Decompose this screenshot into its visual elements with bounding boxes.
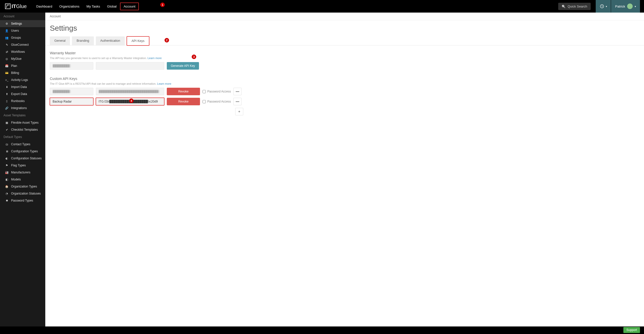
warranty-master-desc: The API key you generate here is used to… [50, 57, 343, 60]
recent-items-button[interactable]: ▾ [596, 0, 611, 13]
globe-icon: ◎ [5, 57, 9, 61]
key-icon: ✱ [5, 199, 9, 202]
nav-global[interactable]: Global [104, 3, 120, 10]
sidebar-item-contact-types[interactable]: 🗂Contact Types [0, 141, 45, 148]
circle-icon: ◔ [5, 192, 9, 195]
sidebar-item-export-data[interactable]: ⬆Export Data [0, 90, 45, 98]
sidebar-item-label: Runbooks [11, 99, 25, 103]
sidebar-item-label: Workflows [11, 50, 25, 54]
sidebar-item-integrations[interactable]: 🔗Integrations [0, 105, 45, 112]
revoke-button[interactable]: Revoke [167, 98, 200, 105]
sidebar: Account⚙Settings👤Users👥Groups✎GlueConnec… [0, 13, 45, 326]
sidebar-item-billing[interactable]: 💳Billing [0, 69, 45, 76]
building-icon: 🏠 [5, 185, 9, 188]
remove-api-key-button[interactable]: — [233, 98, 242, 105]
sidebar-item-activity-logs[interactable]: >_Activity Logs [0, 76, 45, 83]
settings-tabs: GeneralBrandingAuthenticationAPI Keys2 [45, 36, 644, 45]
api-key-value-input[interactable] [96, 88, 164, 95]
user-menu-button[interactable]: Patrick ▾ [611, 0, 640, 13]
sidebar-item-workflows[interactable]: ⇄Workflows [0, 48, 45, 55]
sidebar-item-settings[interactable]: ⚙Settings [0, 20, 45, 27]
nav-account[interactable]: Account [120, 3, 139, 10]
sidebar-item-label: Organization Statuses [11, 192, 41, 195]
sidebar-item-label: Billing [11, 71, 19, 75]
breadcrumb[interactable]: Account [45, 13, 644, 20]
tab-api-keys[interactable]: API Keys [127, 36, 149, 45]
sidebar-item-models[interactable]: ◧Models [0, 176, 45, 183]
password-access-checkbox[interactable] [203, 90, 206, 93]
api-key-name-input[interactable] [50, 88, 93, 95]
sidebar-item-groups[interactable]: 👥Groups [0, 34, 45, 41]
password-access-label: Password Access [207, 100, 231, 103]
api-key-name-input[interactable] [50, 98, 93, 105]
page-title: Settings [45, 20, 644, 36]
brand-logo[interactable]: ITGlue [5, 4, 27, 9]
sidebar-item-runbooks[interactable]: ▯Runbooks [0, 98, 45, 105]
warranty-master-name-input[interactable] [50, 62, 93, 70]
sidebar-item-configuration-types[interactable]: 🖥Configuration Types [0, 148, 45, 155]
warranty-master-section: 3 Warranty Master The API key you genera… [50, 51, 343, 70]
password-access-checkbox[interactable] [203, 100, 206, 103]
sidebar-item-password-types[interactable]: ✱Password Types [0, 197, 45, 204]
warranty-master-key-input[interactable] [96, 62, 164, 70]
sidebar-item-label: Manufacturers [11, 171, 30, 174]
nav-organizations[interactable]: Organizations [56, 3, 83, 10]
cog-icon: ⚙ [5, 22, 9, 25]
sidebar-item-plan[interactable]: 📅Plan [0, 62, 45, 69]
sidebar-item-label: Configuration Types [11, 150, 38, 153]
logo-text-it: IT [12, 4, 16, 9]
sidebar-group-title: Asset Templates [0, 112, 45, 119]
revoke-button[interactable]: Revoke [167, 88, 200, 95]
sidebar-item-flexible-asset-types[interactable]: ▦Flexible Asset Types [0, 119, 45, 126]
quick-search-label: Quick Search [568, 5, 587, 8]
sidebar-item-label: Models [11, 178, 21, 181]
tab-general[interactable]: General [50, 36, 70, 45]
chevron-down-icon: ▾ [606, 5, 607, 8]
clock-icon [600, 4, 604, 9]
file-icon: ▯ [5, 100, 9, 103]
sidebar-item-myglue[interactable]: ◎MyGlue [0, 55, 45, 62]
status-icon: ◐ [5, 157, 9, 160]
password-access-toggle[interactable]: Password Access [203, 90, 231, 93]
sidebar-item-organization-statuses[interactable]: ◔Organization Statuses [0, 190, 45, 197]
sidebar-item-label: Configuration Statuses [11, 157, 42, 160]
logo-text-glue: Glue [16, 4, 27, 9]
sidebar-item-label: Import Data [11, 85, 27, 89]
sidebar-item-organization-types[interactable]: 🏠Organization Types [0, 183, 45, 190]
nav-dashboard[interactable]: Dashboard [33, 3, 56, 10]
quick-search-button[interactable]: Quick Search [558, 3, 591, 10]
sidebar-item-glueconnect[interactable]: ✎GlueConnect [0, 41, 45, 48]
minus-icon: — [236, 89, 239, 93]
minus-icon: — [236, 100, 239, 104]
factory-icon: 🏭 [5, 171, 9, 174]
sidebar-item-users[interactable]: 👤Users [0, 27, 45, 34]
password-access-label: Password Access [207, 90, 231, 93]
annotation-badge-1: 1 [160, 3, 165, 7]
support-button[interactable]: Support [623, 327, 640, 333]
add-api-key-button[interactable]: ＋ [235, 108, 243, 115]
generate-api-key-button[interactable]: Generate API Key [167, 62, 199, 70]
custom-api-learn-more-link[interactable]: Learn more [157, 82, 171, 85]
tab-branding[interactable]: Branding [72, 36, 94, 45]
flag-icon: ⚑ [5, 164, 9, 167]
custom-api-keys-desc: The IT Glue API is a RESTful API that ca… [50, 82, 343, 85]
card-icon: 💳 [5, 71, 9, 75]
sidebar-item-checklist-templates[interactable]: ✔Checklist Templates [0, 126, 45, 133]
sidebar-item-import-data[interactable]: ⬇Import Data [0, 83, 45, 90]
sidebar-item-configuration-statuses[interactable]: ◐Configuration Statuses [0, 155, 45, 162]
sidebar-item-flag-types[interactable]: ⚑Flag Types [0, 162, 45, 169]
sidebar-item-label: Password Types [11, 199, 33, 202]
upload-icon: ⬆ [5, 92, 9, 96]
tab-authentication[interactable]: Authentication [96, 36, 125, 45]
sidebar-item-label: GlueConnect [11, 43, 29, 46]
annotation-badge-2: 2 [165, 38, 169, 42]
check-icon: ✔ [5, 128, 9, 131]
password-access-toggle[interactable]: Password Access [203, 100, 231, 103]
remove-api-key-button[interactable]: — [233, 88, 242, 95]
link-icon: 🔗 [5, 107, 9, 110]
nav-my-tasks[interactable]: My Tasks [83, 3, 104, 10]
download-icon: ⬇ [5, 85, 9, 89]
desktop-icon: 🖥 [5, 150, 9, 153]
warranty-master-learn-more-link[interactable]: Learn more [147, 57, 162, 60]
sidebar-item-manufacturers[interactable]: 🏭Manufacturers [0, 169, 45, 176]
